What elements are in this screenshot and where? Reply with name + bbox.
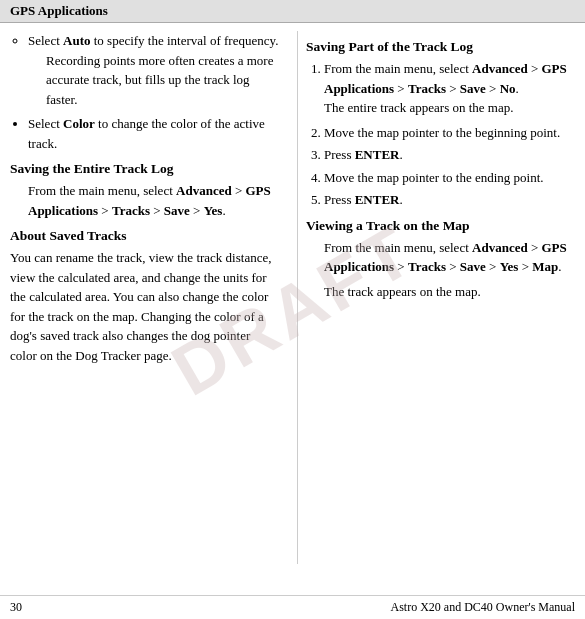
advanced-bold-3: Advanced — [472, 240, 528, 255]
step-3: Press ENTER. — [324, 145, 575, 165]
gps-apps-bold-3: GPS Applications — [324, 240, 567, 275]
intro-disc-list: Select Color to change the color of the … — [28, 114, 279, 153]
page-header: GPS Applications — [0, 0, 585, 23]
section-saving-entire-para: From the main menu, select Advanced > GP… — [28, 181, 279, 220]
tracks-bold-3: Tracks — [408, 259, 446, 274]
section-viewing-track-sub: The track appears on the map. — [324, 282, 575, 302]
step-1-sub: The entire track appears on the map. — [324, 98, 575, 118]
auto-subparagraph: Recording points more often creates a mo… — [46, 51, 279, 110]
tracks-bold-1: Tracks — [112, 203, 150, 218]
header-title: GPS Applications — [10, 3, 108, 18]
gps-apps-bold-2: GPS Applications — [324, 61, 567, 96]
gps-apps-bold-1: GPS Applications — [28, 183, 271, 218]
list-item-auto: Select Auto to specify the interval of f… — [28, 31, 279, 109]
step-5: Press ENTER. — [324, 190, 575, 210]
intro-circle-list: Select Auto to specify the interval of f… — [28, 31, 279, 109]
yes-bold-1: Yes — [204, 203, 223, 218]
section-saving-part-title: Saving Part of the Track Log — [306, 39, 575, 55]
enter-bold-2: ENTER — [355, 192, 400, 207]
map-bold: Map — [532, 259, 558, 274]
left-column: Select Auto to specify the interval of f… — [10, 31, 287, 564]
section-viewing-track-title: Viewing a Track on the Map — [306, 218, 575, 234]
section-saving-entire-title: Saving the Entire Track Log — [10, 161, 279, 177]
content-area: Select Auto to specify the interval of f… — [0, 23, 585, 594]
enter-bold-1: ENTER — [355, 147, 400, 162]
auto-bold: Auto — [63, 33, 90, 48]
no-bold: No — [500, 81, 516, 96]
save-bold-3: Save — [460, 259, 486, 274]
yes-bold-2: Yes — [500, 259, 519, 274]
advanced-bold-1: Advanced — [176, 183, 232, 198]
saving-part-steps: From the main menu, select Advanced > GP… — [324, 59, 575, 210]
footer-page-number: 30 — [10, 600, 22, 615]
step-4: Move the map pointer to the ending point… — [324, 168, 575, 188]
save-bold-2: Save — [460, 81, 486, 96]
section-about-saved-title: About Saved Tracks — [10, 228, 279, 244]
step-2: Move the map pointer to the beginning po… — [324, 123, 575, 143]
section-viewing-track-para: From the main menu, select Advanced > GP… — [324, 238, 575, 277]
right-column: Saving Part of the Track Log From the ma… — [297, 31, 575, 564]
section-about-saved-para: You can rename the track, view the track… — [10, 248, 279, 365]
step-1: From the main menu, select Advanced > GP… — [324, 59, 575, 118]
list-item-color: Select Color to change the color of the … — [28, 114, 279, 153]
tracks-bold-2: Tracks — [408, 81, 446, 96]
page-footer: 30 Astro X20 and DC40 Owner's Manual — [0, 595, 585, 619]
footer-manual-title: Astro X20 and DC40 Owner's Manual — [391, 600, 575, 615]
advanced-bold-2: Advanced — [472, 61, 528, 76]
color-bold: Color — [63, 116, 95, 131]
save-bold-1: Save — [164, 203, 190, 218]
